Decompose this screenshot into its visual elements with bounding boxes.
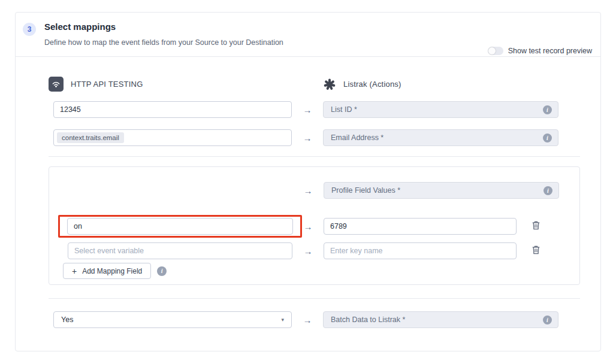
info-icon[interactable]: i (543, 186, 552, 195)
mapping-row-email: context.traits.email → Email Address * i (49, 129, 600, 146)
arrow-icon: → (292, 105, 323, 115)
mapping-row-batch: Yes ▾ → Batch Data to Listrak * i (49, 311, 600, 328)
list-id-dest-field[interactable]: List ID * i (323, 101, 558, 118)
mapping-pair-row-2: → (63, 242, 572, 259)
pair1-value-input[interactable] (324, 218, 517, 235)
column-headers: HTTP API TESTING (49, 77, 600, 92)
select-mappings-card: 3 Select mappings Define how to map the … (15, 12, 601, 351)
destination-name-label: Listrak (Actions) (343, 80, 401, 89)
plus-icon: + (72, 266, 77, 276)
trash-icon (532, 245, 540, 256)
red-highlight-annotation (58, 215, 302, 238)
delete-row-button[interactable] (531, 244, 541, 257)
dest-field-label: Batch Data to Listrak * (331, 316, 543, 324)
source-name-label: HTTP API TESTING (71, 80, 143, 89)
arrow-icon: → (292, 222, 324, 232)
delete-row-button[interactable] (531, 220, 541, 233)
info-icon[interactable]: i (543, 316, 552, 324)
pair2-value-input[interactable] (324, 242, 517, 259)
source-signal-icon (49, 77, 64, 92)
page-title: Select mappings (44, 22, 283, 32)
pair2-key-input[interactable] (68, 242, 292, 259)
profile-field-values-group: → Profile Field Values * i → (49, 166, 580, 285)
toggle-label: Show test record preview (508, 47, 592, 55)
dest-field-label: List ID * (331, 105, 543, 114)
mapping-row-profile: → Profile Field Values * i (63, 182, 572, 199)
listrak-logo-icon (323, 78, 336, 91)
event-variable-token[interactable]: context.traits.email (57, 132, 124, 143)
add-mapping-field-button[interactable]: + Add Mapping Field (63, 263, 151, 279)
info-icon[interactable]: i (543, 105, 552, 114)
info-icon[interactable]: i (543, 134, 552, 142)
step-number-badge: 3 (23, 23, 36, 36)
arrow-icon: → (292, 246, 324, 256)
arrow-icon: → (292, 133, 323, 143)
batch-select-dropdown[interactable]: Yes ▾ (53, 311, 292, 328)
mapping-row-list-id: → List ID * i (49, 101, 600, 118)
card-header: 3 Select mappings Define how to map the … (16, 13, 600, 56)
arrow-icon: → (292, 186, 324, 196)
profile-dest-field[interactable]: Profile Field Values * i (324, 182, 559, 199)
trash-icon (532, 221, 540, 232)
add-mapping-row: + Add Mapping Field i (63, 263, 572, 279)
arrow-icon: → (292, 315, 323, 325)
email-dest-field[interactable]: Email Address * i (323, 129, 558, 146)
list-id-source-input[interactable] (53, 101, 292, 118)
show-test-record-toggle[interactable] (488, 47, 503, 55)
header-divider (16, 56, 600, 57)
section-divider (49, 298, 580, 299)
email-source-input[interactable]: context.traits.email (53, 129, 292, 146)
add-mapping-field-label: Add Mapping Field (82, 267, 142, 275)
chevron-down-icon: ▾ (281, 317, 284, 323)
page-description: Define how to map the event fields from … (44, 38, 283, 47)
info-icon[interactable]: i (157, 266, 167, 276)
batch-dest-field[interactable]: Batch Data to Listrak * i (323, 311, 558, 328)
dest-field-label: Profile Field Values * (331, 186, 543, 195)
pair1-key-input[interactable] (67, 218, 293, 235)
mapping-pair-row-1: → (63, 215, 572, 238)
toggle-knob (488, 47, 496, 54)
dest-field-label: Email Address * (331, 134, 543, 142)
section-divider (49, 156, 580, 157)
batch-selected-value: Yes (61, 316, 73, 324)
